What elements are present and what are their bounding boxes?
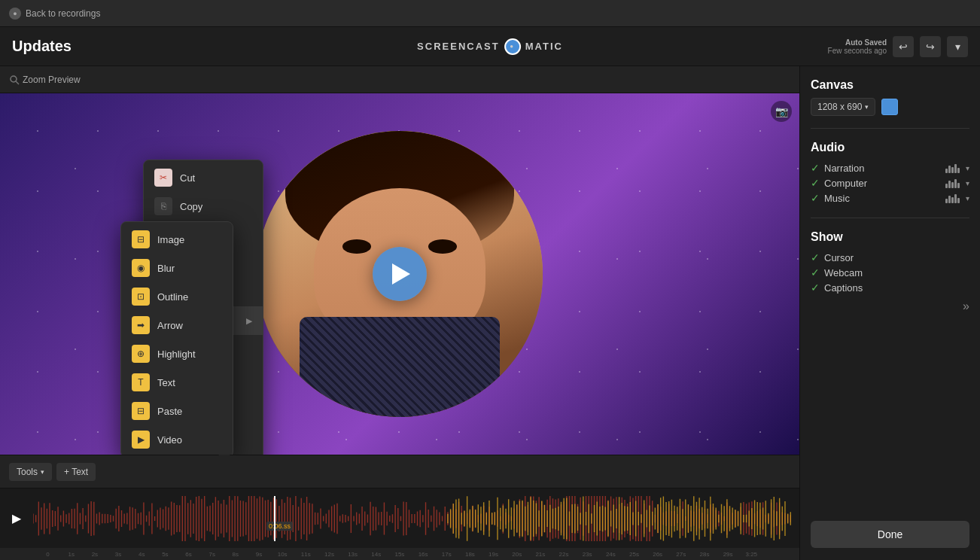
zoom-preview-button[interactable]: Zoom Preview — [9, 75, 81, 85]
timeline-play-button[interactable]: ▶ — [6, 508, 27, 529]
brand-name: SCREENCAST — [417, 41, 500, 52]
cut-icon: ✂ — [154, 169, 172, 187]
add-text-button[interactable]: + Text — [56, 463, 96, 481]
canvas-size-selector[interactable]: 1208 x 690 ▾ — [811, 98, 875, 116]
ruler-mark-23: 23s — [576, 551, 599, 558]
canvas-title: Canvas — [811, 78, 969, 92]
ruler-mark-17: 17s — [435, 551, 458, 558]
ruler-mark-9: 9s — [247, 551, 270, 558]
brand-logo: SCREENCAST ● MATIC — [417, 38, 563, 55]
check-show-cursor[interactable]: ✓ — [811, 251, 820, 263]
ruler-mark-20: 20s — [505, 551, 528, 558]
done-button[interactable]: Done — [811, 521, 969, 548]
ruler-mark-25: 25s — [622, 551, 646, 558]
audio-section: Audio ✓Narration▾✓Computer▾✓Music▾ — [811, 141, 969, 205]
ruler-mark-30: 3:25 — [740, 551, 763, 558]
undo-button[interactable]: ↩ — [893, 36, 914, 57]
blur-overlay-icon: ◉ — [132, 259, 150, 277]
submenu-item-label: Video — [157, 434, 182, 446]
video-canvas: 📷 ✂Cut⎘Copy👁Hide⊕Insert🎤Narrate⚠Overlay▶… — [0, 93, 799, 455]
ruler-mark-18: 18s — [458, 551, 482, 558]
ruler-mark-6: 6s — [177, 551, 200, 558]
brand-icon: ● — [504, 38, 521, 55]
menu-item-label: Copy — [180, 201, 202, 212]
ruler-mark-0: 0 — [36, 551, 59, 558]
submenu-item-blur[interactable]: ◉Blur — [121, 254, 233, 282]
check-computer[interactable]: ✓ — [811, 177, 820, 189]
audio-bars-icon-music[interactable] — [945, 193, 960, 203]
zoom-label: Zoom Preview — [23, 75, 81, 85]
editor-area: Zoom Preview — [0, 66, 799, 560]
right-panel: Canvas 1208 x 690 ▾ Audio ✓Narration▾✓Co… — [799, 66, 980, 560]
ruler-mark-11: 11s — [294, 551, 318, 558]
audio-items: ✓Narration▾✓Computer▾✓Music▾ — [811, 160, 969, 205]
show-label-webcam: Webcam — [824, 267, 863, 278]
main-layout: Zoom Preview — [0, 66, 980, 560]
image-overlay-icon: ⊟ — [132, 230, 150, 248]
divider-1 — [811, 128, 969, 129]
submenu-item-label: Image — [157, 234, 184, 245]
context-menu-item-cut[interactable]: ✂Cut — [144, 163, 263, 192]
highlight-overlay-icon: ⊕ — [132, 345, 150, 363]
timeline-area: Tools ▾ + Text ▶ 0:06.ss 01s2s3s4s5s6s7s… — [0, 455, 799, 560]
check-narration[interactable]: ✓ — [811, 162, 820, 174]
submenu-item-text[interactable]: TText — [121, 368, 233, 397]
more-options-button[interactable]: ▾ — [947, 36, 968, 57]
tools-button[interactable]: Tools ▾ — [9, 463, 52, 481]
timeline-time: 0:06.ss — [266, 522, 293, 531]
canvas-color-picker[interactable] — [881, 99, 898, 115]
screenshot-icon[interactable]: 📷 — [771, 101, 792, 122]
submenu-item-label: Text — [157, 377, 175, 388]
check-show-captions[interactable]: ✓ — [811, 282, 820, 294]
ruler-marks: 01s2s3s4s5s6s7s8s9s10s11s12s13s14s15s16s… — [36, 551, 763, 558]
audio-dropdown-music[interactable]: ▾ — [966, 194, 969, 202]
ruler-mark-13: 13s — [341, 551, 364, 558]
audio-row-computer: ✓Computer▾ — [811, 175, 969, 190]
canvas-section: Canvas 1208 x 690 ▾ — [811, 78, 969, 116]
ruler-mark-15: 15s — [388, 551, 411, 558]
submenu-item-paste[interactable]: ⊟Paste — [121, 397, 233, 425]
show-label-captions: Captions — [824, 282, 863, 294]
waveform: 0:06.ss — [33, 496, 793, 541]
timeline-tracks: ▶ 0:06.ss — [0, 488, 799, 548]
audio-bars-icon-computer[interactable] — [945, 178, 960, 188]
check-show-webcam[interactable]: ✓ — [811, 266, 820, 278]
audio-bars-icon-narration[interactable] — [945, 163, 960, 173]
timeline-ruler: 01s2s3s4s5s6s7s8s9s10s11s12s13s14s15s16s… — [0, 548, 799, 560]
ruler-mark-26: 26s — [646, 551, 669, 558]
expand-panel-button[interactable]: » — [963, 300, 969, 313]
brand-suffix: MATIC — [525, 41, 563, 52]
submenu-item-label: Outline — [157, 291, 188, 303]
show-label-cursor: Cursor — [824, 252, 854, 263]
ruler-mark-10: 10s — [271, 551, 294, 558]
submenu-item-arrow[interactable]: ➡Arrow — [121, 311, 233, 339]
ruler-mark-7: 7s — [200, 551, 224, 558]
audio-dropdown-computer[interactable]: ▾ — [966, 179, 969, 187]
title-bar: ● Back to recordings — [0, 0, 980, 27]
ruler-mark-5: 5s — [154, 551, 177, 558]
menu-item-label: Cut — [180, 172, 195, 184]
submenu-item-outline[interactable]: ⊡Outline — [121, 282, 233, 311]
ruler-mark-8: 8s — [224, 551, 247, 558]
show-title: Show — [811, 230, 969, 244]
submenu-item-label: Arrow — [157, 320, 183, 331]
redo-button[interactable]: ↪ — [920, 36, 941, 57]
back-to-recordings-button[interactable]: ● Back to recordings — [9, 8, 100, 20]
check-music[interactable]: ✓ — [811, 192, 820, 204]
auto-saved-status: Auto Saved Few seconds ago — [828, 38, 887, 55]
show-row-webcam: ✓Webcam — [811, 265, 969, 280]
submenu-item-image[interactable]: ⊟Image — [121, 225, 233, 254]
zoom-icon — [9, 75, 20, 85]
submenu-item-highlight[interactable]: ⊕Highlight — [121, 339, 233, 368]
show-row-captions: ✓Captions — [811, 280, 969, 295]
svg-line-1 — [16, 81, 19, 84]
divider-2 — [811, 218, 969, 218]
submenu-item-video[interactable]: ▶Video — [121, 425, 233, 454]
submenu-item-label: Paste — [157, 406, 182, 417]
ruler-mark-21: 21s — [528, 551, 552, 558]
show-section: Show ✓Cursor✓Webcam✓Captions — [811, 230, 969, 295]
context-menu-item-copy[interactable]: ⎘Copy — [144, 192, 263, 221]
play-button[interactable] — [373, 247, 427, 301]
paste-overlay-icon: ⊟ — [132, 402, 150, 420]
audio-dropdown-narration[interactable]: ▾ — [966, 164, 969, 172]
